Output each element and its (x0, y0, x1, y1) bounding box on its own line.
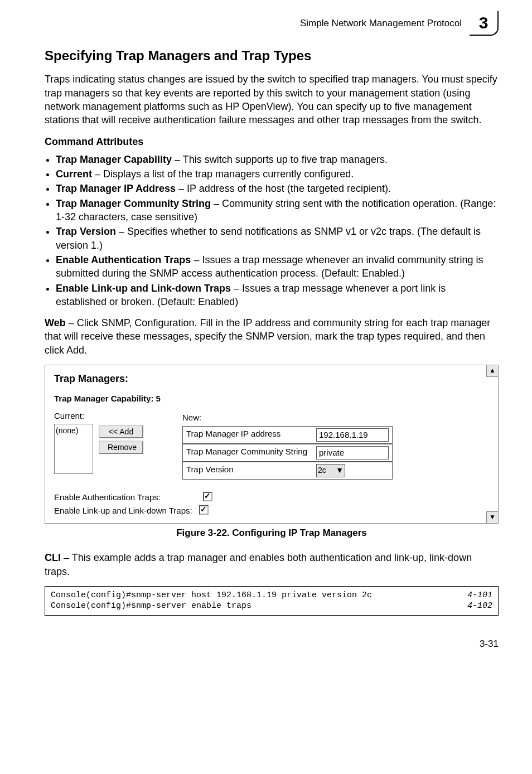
screenshot-trap-managers: ▲ ▼ Trap Managers: Trap Manager Capabili… (45, 365, 499, 524)
current-label: Current: (54, 410, 93, 422)
attr-item: Current – Displays a list of the trap ma… (56, 167, 499, 181)
auth-traps-checkbox[interactable] (203, 492, 212, 501)
figure-caption: Figure 3-22. Configuring IP Trap Manager… (45, 527, 499, 540)
ip-address-label: Trap Manager IP address (182, 426, 313, 444)
attr-item: Trap Manager IP Address – IP address of … (56, 182, 499, 195)
command-attributes-list: Trap Manager Capability – This switch su… (56, 153, 499, 308)
command-attributes-heading: Command Attributes (45, 135, 499, 148)
linkupdown-traps-checkbox[interactable] (199, 505, 209, 515)
trap-version-select[interactable]: 2c▼ (316, 464, 345, 477)
web-paragraph: Web – Click SNMP, Configuration. Fill in… (45, 316, 499, 357)
attr-item: Trap Version – Specifies whether to send… (56, 225, 499, 252)
page-number: 3-31 (45, 638, 499, 651)
trap-capability-label: Trap Manager Capability: 5 (54, 393, 489, 404)
scroll-up-arrow-icon[interactable]: ▲ (486, 365, 499, 377)
ip-address-input[interactable]: 192.168.1.19 (316, 428, 389, 442)
console-output: Console(config)#snmp-server host 192.168… (45, 586, 499, 616)
attr-item: Trap Manager Capability – This switch su… (56, 153, 499, 166)
chevron-down-icon: ▼ (336, 465, 344, 476)
current-listbox[interactable]: (none) (54, 424, 93, 474)
attr-item: Trap Manager Community String – Communit… (56, 197, 499, 224)
intro-paragraph: Traps indicating status changes are issu… (45, 72, 499, 127)
community-string-input[interactable]: private (316, 446, 389, 459)
add-button[interactable]: << Add (99, 425, 143, 438)
section-heading: Specifying Trap Managers and Trap Types (45, 47, 499, 65)
console-page-refs: 4-101 4-102 (467, 590, 492, 612)
remove-button[interactable]: Remove (99, 441, 143, 454)
page-header: Simple Network Management Protocol 3 (45, 11, 499, 36)
console-commands: Console(config)#snmp-server host 192.168… (51, 590, 372, 612)
chapter-indicator: 3 (470, 11, 499, 36)
attr-item: Enable Link-up and Link-down Traps – Iss… (56, 282, 499, 309)
screenshot-title: Trap Managers: (54, 372, 489, 385)
chapter-number: 3 (479, 12, 489, 35)
auth-traps-row: Enable Authentication Traps: (54, 491, 489, 503)
attr-item: Enable Authentication Traps – Issues a t… (56, 253, 499, 280)
linkupdown-traps-row: Enable Link-up and Link-down Traps: (54, 504, 489, 516)
scroll-down-arrow-icon[interactable]: ▼ (486, 511, 499, 524)
cli-paragraph: CLI – This example adds a trap manager a… (45, 551, 499, 578)
header-title: Simple Network Management Protocol (300, 17, 462, 30)
new-label: New: (182, 413, 201, 422)
community-string-label: Trap Manager Community String (182, 444, 313, 462)
trap-version-label: Trap Version (182, 462, 313, 480)
